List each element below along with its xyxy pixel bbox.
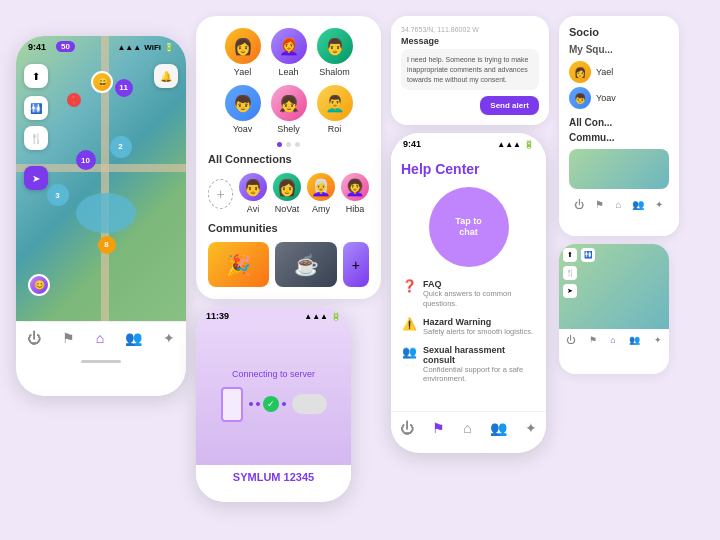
map-alert-btn[interactable]: 🔔: [154, 64, 178, 88]
center-right-panel: 34.7653/N, 111.86002 W Message I need he…: [391, 16, 549, 453]
conn-novat[interactable]: 👩 NoVat: [273, 173, 301, 214]
status-time-3: 9:41: [403, 139, 421, 149]
add-connection-btn[interactable]: +: [208, 179, 233, 209]
nav3-power[interactable]: ⏻: [400, 420, 414, 436]
connecting-visual: ✓: [221, 387, 327, 422]
avatar-pin-1[interactable]: 😊: [28, 274, 50, 296]
alert-card: 34.7653/N, 111.86002 W Message I need he…: [391, 16, 549, 125]
avatar-circle-shalom: 👨: [317, 28, 353, 64]
avatar-pin-2[interactable]: 😄: [91, 71, 113, 93]
map-navigate-btn[interactable]: ⬆: [24, 64, 48, 88]
community-photo-1: 🎉: [208, 242, 269, 287]
nav-people[interactable]: 👥: [125, 330, 142, 346]
right-community-thumb: [569, 149, 669, 189]
dot-1: [277, 142, 282, 147]
map-location-btn[interactable]: ➤: [24, 166, 48, 190]
mini-nav: ⏻ ⚑ ⌂ 👥 ✦: [559, 329, 669, 351]
mini-nav-home[interactable]: ⌂: [610, 335, 615, 345]
status-time-2: 11:39: [206, 311, 229, 321]
community-img-2[interactable]: ☕: [275, 242, 336, 287]
dots-line: ✓: [249, 396, 286, 412]
app-container: 9:41 ▲▲▲ WiFi 🔋 ⬆ 🔔 🚻 🍴 ➤ 2 3 10 8 11 📍: [16, 16, 704, 524]
right-nav-home[interactable]: ⌂: [615, 199, 621, 210]
mini-map-btn-4[interactable]: ➤: [563, 284, 577, 298]
nav3-settings[interactable]: ✦: [525, 420, 537, 436]
mini-map-btn-2[interactable]: 🚻: [581, 248, 595, 262]
conn-avi[interactable]: 👨 Avi: [239, 173, 267, 214]
phone-mini-map: ⬆ 🚻 🍴 ➤ ⏻ ⚑ ⌂ 👥 ✦: [559, 244, 669, 374]
connections-row: + 👨 Avi 👩 NoVat 👩‍🦳 Amy 👩‍🦱 Hiba: [208, 173, 369, 214]
dot-conn-3: [282, 402, 286, 406]
right-nav-people[interactable]: 👥: [632, 199, 644, 210]
status-icons-3: ▲▲▲ 🔋: [497, 140, 534, 149]
tap-to-chat-btn[interactable]: Tap to chat: [429, 187, 509, 267]
map-restroom-btn[interactable]: 🚻: [24, 96, 48, 120]
map-pin-8[interactable]: 8: [98, 236, 116, 254]
right-nav-settings[interactable]: ✦: [655, 199, 663, 210]
help-item-consult[interactable]: 👥 Sexual harassment consult Confidential…: [401, 345, 536, 385]
nav3-flag[interactable]: ⚑: [432, 420, 445, 436]
check-circle: ✓: [263, 396, 279, 412]
device-name-label: SYMLUM 12345: [196, 465, 351, 489]
mini-nav-people[interactable]: 👥: [629, 335, 640, 345]
send-alert-button[interactable]: Send alert: [480, 96, 539, 115]
help-item-hazard[interactable]: ⚠️ Hazard Warning Safety alerts for smoo…: [401, 317, 536, 337]
map-pin-11[interactable]: 11: [115, 79, 133, 97]
mini-map-btn-1[interactable]: ⬆: [563, 248, 577, 262]
hazard-icon: ⚠️: [401, 317, 417, 331]
help-item-faq[interactable]: ❓ FAQ Quick answers to common questions.: [401, 279, 536, 309]
avatar-shely[interactable]: 👧 Shely: [271, 85, 307, 134]
alert-btn-wrapper: Send alert: [401, 96, 539, 115]
avatar-circle-roi: 👨‍🦱: [317, 85, 353, 121]
nav3-home[interactable]: ⌂: [463, 420, 471, 436]
dot-indicators: [208, 142, 369, 147]
avatar-circle-yoav: 👦: [225, 85, 261, 121]
socio-title: Socio: [569, 26, 669, 38]
all-connections-title: All Connections: [208, 153, 369, 165]
avatar-yael[interactable]: 👩 Yael: [225, 28, 261, 77]
map-pin-3[interactable]: 3: [47, 184, 69, 206]
hazard-text: Hazard Warning Safety alerts for smooth …: [423, 317, 533, 337]
community-img-1[interactable]: 🎉: [208, 242, 269, 287]
avatar-circle-yael: 👩: [225, 28, 261, 64]
map-food-btn[interactable]: 🍴: [24, 126, 48, 150]
avatar-shalom[interactable]: 👨 Shalom: [317, 28, 353, 77]
map-view[interactable]: ⬆ 🔔 🚻 🍴 ➤ 2 3 10 8 11 📍 😊 😄 50: [16, 36, 186, 321]
status-bar-2: 11:39 ▲▲▲ 🔋: [196, 307, 351, 325]
mini-nav-flag[interactable]: ⚑: [589, 335, 597, 345]
phone-map: 9:41 ▲▲▲ WiFi 🔋 ⬆ 🔔 🚻 🍴 ➤ 2 3 10 8 11 📍: [16, 36, 186, 396]
avatar-yoav[interactable]: 👦 Yoav: [225, 85, 261, 134]
mini-map-btn-3[interactable]: 🍴: [563, 266, 577, 280]
map-pin-2[interactable]: 2: [110, 136, 132, 158]
nav-home[interactable]: ⌂: [96, 330, 104, 346]
map-pin-small[interactable]: 📍: [67, 93, 81, 107]
alert-message-text: I need help. Someone is trying to make i…: [407, 55, 533, 84]
status-icons-2: ▲▲▲ 🔋: [304, 312, 341, 321]
conn-circle-avi: 👨: [239, 173, 267, 201]
mini-nav-settings[interactable]: ✦: [654, 335, 662, 345]
nav-settings[interactable]: ✦: [163, 330, 175, 346]
nav-flag[interactable]: ⚑: [62, 330, 75, 346]
conn-hiba[interactable]: 👩‍🦱 Hiba: [341, 173, 369, 214]
conn-circle-hiba: 👩‍🦱: [341, 173, 369, 201]
right-nav-power[interactable]: ⏻: [574, 199, 584, 210]
right-communities: Commu...: [569, 132, 669, 143]
bottom-avatar-row: 👦 Yoav 👧 Shely 👨‍🦱 Roi: [208, 85, 369, 134]
alert-location: 34.7653/N, 111.86002 W: [401, 26, 539, 33]
squad-item-yoav[interactable]: 👦 Yoav: [569, 87, 669, 109]
squad-avatar-yoav: 👦: [569, 87, 591, 109]
tap-chat-line1: Tap to: [455, 216, 481, 228]
conn-amy[interactable]: 👩‍🦳 Amy: [307, 173, 335, 214]
squad-item-yael[interactable]: 👩 Yael: [569, 61, 669, 83]
mini-nav-power[interactable]: ⏻: [566, 335, 575, 345]
nav-power[interactable]: ⏻: [27, 330, 41, 346]
right-nav-flag[interactable]: ⚑: [595, 199, 604, 210]
nav3-people[interactable]: 👥: [490, 420, 507, 436]
map-pin-10[interactable]: 10: [76, 150, 96, 170]
community-img-3[interactable]: +: [343, 242, 369, 287]
avatar-leah[interactable]: 👩‍🦰 Leah: [271, 28, 307, 77]
social-partial-card: Socio My Squ... 👩 Yael 👦 Yoav All Con...…: [559, 16, 679, 236]
right-panel: Socio My Squ... 👩 Yael 👦 Yoav All Con...…: [559, 16, 679, 374]
avatar-roi[interactable]: 👨‍🦱 Roi: [317, 85, 353, 134]
help-center-title: Help Center: [401, 161, 536, 177]
